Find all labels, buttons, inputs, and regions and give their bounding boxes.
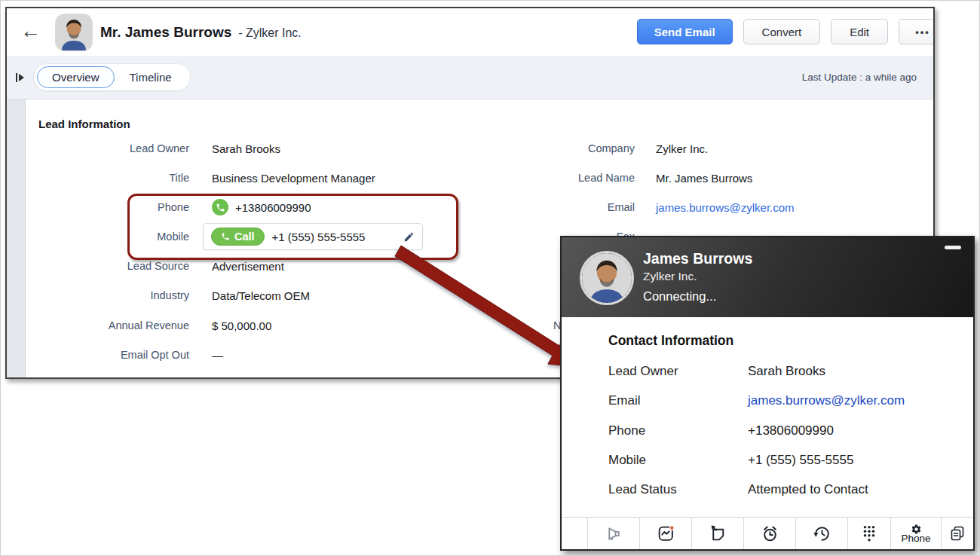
field-label: Lead Owner: [608, 364, 748, 379]
phone-settings-icon[interactable]: Phone: [890, 518, 941, 549]
field-label: Email: [429, 201, 635, 213]
collapse-panel-icon[interactable]: [16, 73, 24, 82]
field-label: Phone: [608, 423, 748, 438]
field-label: Mobile: [52, 231, 189, 243]
caller-name: James Burrows: [643, 250, 752, 267]
field-row: Lead Name Mr. James Burrows: [429, 170, 752, 186]
back-arrow-icon[interactable]: ←: [20, 18, 41, 44]
field-row: Lead Owner Sarah Brooks: [52, 140, 280, 157]
field-label: Lead Source: [52, 260, 189, 272]
field-value: Attempted to Contact: [748, 482, 868, 497]
call-button-label: Call: [234, 231, 255, 243]
field-label: Email: [608, 393, 748, 408]
screenshot-canvas: ← Mr. James Burrows - Zylker Inc. Send E…: [0, 0, 980, 556]
popup-field-row: Mobile +1 (555) 555-5555: [608, 451, 853, 469]
tab-overview[interactable]: Overview: [37, 66, 115, 88]
field-label: Lead Owner: [52, 142, 189, 154]
field-row: Email Opt Out —: [52, 347, 223, 363]
field-value: +13806009990: [748, 423, 834, 438]
alarm-icon[interactable]: [743, 518, 795, 549]
copies-icon[interactable]: [941, 518, 973, 549]
phone-settings-label: Phone: [901, 533, 930, 543]
field-label: Lead Status: [608, 482, 748, 497]
field-label: Phone: [52, 201, 189, 213]
contact-information-title: Contact Information: [608, 333, 733, 349]
call-popup-header: James Burrows Zylker Inc. Connecting...: [562, 237, 973, 317]
edit-button[interactable]: Edit: [831, 19, 888, 44]
call-status: Connecting...: [643, 289, 716, 304]
field-row-email: Email james.burrows@zylker.com: [429, 199, 795, 215]
field-value: Business Development Manager: [212, 172, 375, 185]
mobile-number-text: +1 (555) 555-5555: [272, 231, 366, 243]
header-actions: Send Email Convert Edit •••: [637, 19, 935, 44]
tab-bar: Overview Timeline Last Update : a while …: [7, 56, 933, 99]
field-value: Sarah Brooks: [748, 364, 825, 379]
field-value: —: [212, 349, 223, 362]
section-title-lead-information: Lead Information: [38, 118, 130, 130]
popup-field-row: Phone +13806009990: [608, 422, 834, 440]
dialpad-icon[interactable]: [847, 518, 890, 549]
popup-field-row: Lead Owner Sarah Brooks: [608, 362, 825, 380]
field-value: $ 50,000.00: [212, 319, 271, 332]
phone-number-text: +13806009990: [235, 201, 311, 214]
phone-call-icon[interactable]: [212, 199, 228, 215]
field-value: Sarah Brooks: [212, 142, 280, 155]
caller-avatar: [580, 251, 634, 305]
minimize-icon[interactable]: [945, 246, 961, 249]
field-value: Mr. James Burrows: [656, 172, 752, 185]
field-value: +1 (555) 555-5555: [748, 453, 853, 468]
field-label: Company: [429, 142, 635, 154]
field-row: Annual Revenue $ 50,000.00: [52, 317, 271, 334]
field-row: Title Business Development Manager: [52, 170, 375, 186]
field-label: Email Opt Out: [52, 349, 189, 361]
field-row-mobile: Mobile: [52, 228, 189, 245]
field-label: Annual Revenue: [52, 319, 189, 331]
history-icon[interactable]: [795, 518, 847, 549]
more-actions-button[interactable]: •••: [899, 19, 935, 44]
field-label: Title: [52, 172, 189, 184]
send-email-button[interactable]: Send Email: [637, 19, 733, 44]
popup-toolbar: Phone: [562, 517, 973, 549]
field-label: Industry: [52, 289, 189, 301]
field-value: Zylker Inc.: [656, 142, 708, 155]
field-row-phone: Phone +13806009990: [52, 199, 311, 215]
field-value: Advertisement: [212, 260, 284, 273]
popup-field-row: Lead Status Attempted to Contact: [608, 481, 868, 499]
field-label: Lead Name: [429, 172, 635, 184]
field-row: Company Zylker Inc.: [429, 140, 708, 157]
lead-header-bar: ← Mr. James Burrows - Zylker Inc. Send E…: [7, 8, 933, 56]
mobile-field-hover-box: Call +1 (555) 555-5555: [203, 223, 423, 250]
tab-timeline[interactable]: Timeline: [115, 66, 187, 88]
lead-avatar: [55, 14, 93, 51]
toolbar-spacer: [562, 518, 587, 549]
lead-title: Mr. James Burrows - Zylker Inc.: [100, 8, 302, 56]
field-label: Mobile: [608, 453, 748, 468]
call-button[interactable]: Call: [211, 228, 265, 246]
field-row: Industry Data/Telecom OEM: [52, 287, 310, 304]
notes-icon[interactable]: [691, 518, 743, 549]
edit-pencil-icon[interactable]: [403, 231, 415, 243]
email-link[interactable]: james.burrows@zylker.com: [748, 393, 905, 408]
lead-company-text: - Zylker Inc.: [238, 26, 302, 40]
announcement-icon[interactable]: [587, 518, 639, 549]
convert-button[interactable]: Convert: [743, 19, 821, 44]
call-popup-window: James Burrows Zylker Inc. Connecting... …: [560, 236, 975, 551]
popup-field-row: Email james.burrows@zylker.com: [608, 392, 905, 410]
email-link[interactable]: james.burrows@zylker.com: [656, 201, 795, 214]
field-value: Data/Telecom OEM: [212, 289, 310, 302]
last-update-text: Last Update : a while ago: [802, 72, 917, 83]
lead-name-text: Mr. James Burrows: [100, 24, 231, 41]
signals-icon[interactable]: [639, 518, 691, 549]
left-gutter: [7, 99, 26, 377]
field-row: Lead Source Advertisement: [52, 258, 284, 274]
tabs-container: Overview Timeline: [33, 63, 191, 91]
caller-company: Zylker Inc.: [643, 270, 697, 283]
